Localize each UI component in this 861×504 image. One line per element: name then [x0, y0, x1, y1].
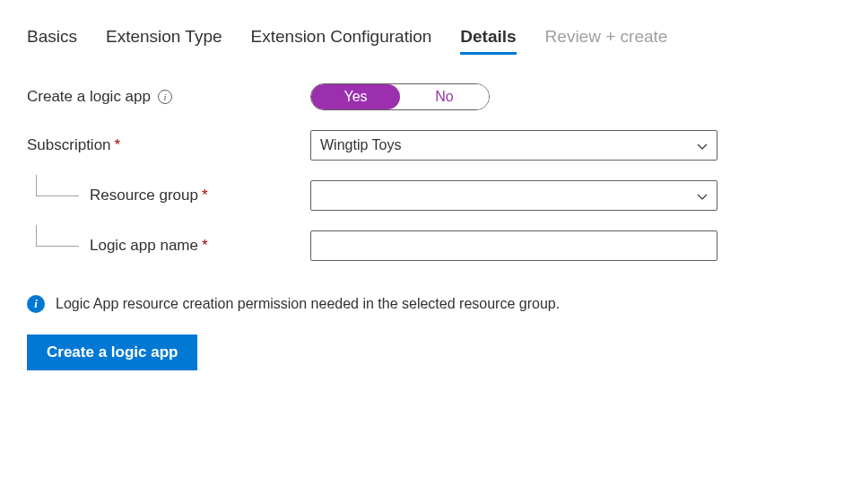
tab-bar: Basics Extension Type Extension Configur… — [27, 27, 834, 55]
label-subscription: Subscription * — [27, 136, 310, 154]
required-asterisk: * — [202, 187, 208, 204]
input-logic-app-name[interactable] — [310, 230, 718, 261]
row-resource-group: Resource group * — [27, 180, 834, 211]
label-subscription-text: Subscription — [27, 136, 111, 154]
tab-extension-configuration[interactable]: Extension Configuration — [251, 27, 432, 55]
required-asterisk: * — [202, 237, 208, 255]
dropdown-subscription-value: Wingtip Toys — [320, 137, 401, 153]
info-banner: i Logic App resource creation permission… — [27, 295, 834, 313]
tab-review-create: Review + create — [545, 27, 668, 55]
info-icon[interactable]: i — [158, 90, 172, 104]
chevron-down-icon — [697, 190, 708, 201]
tab-basics[interactable]: Basics — [27, 27, 77, 55]
row-logic-app-name: Logic app name * — [27, 230, 834, 261]
toggle-create-logic-app[interactable]: Yes No — [310, 83, 490, 110]
info-banner-text: Logic App resource creation permission n… — [56, 296, 560, 312]
info-icon: i — [27, 295, 45, 313]
indent-connector — [36, 225, 79, 247]
create-logic-app-button[interactable]: Create a logic app — [27, 335, 197, 370]
label-logic-app-name: Logic app name * — [27, 237, 310, 255]
toggle-no[interactable]: No — [400, 84, 489, 109]
required-asterisk: * — [115, 136, 121, 154]
row-create-logic-app: Create a logic app i Yes No — [27, 83, 834, 110]
indent-connector — [36, 175, 79, 196]
label-resource-group: Resource group * — [27, 187, 310, 204]
label-logic-app-name-text: Logic app name — [90, 237, 198, 255]
chevron-down-icon — [697, 140, 708, 151]
toggle-yes[interactable]: Yes — [311, 84, 400, 109]
tab-details[interactable]: Details — [460, 27, 516, 55]
label-create-logic-app: Create a logic app i — [27, 88, 310, 106]
row-subscription: Subscription * Wingtip Toys — [27, 130, 834, 161]
dropdown-resource-group[interactable] — [310, 180, 718, 211]
dropdown-subscription[interactable]: Wingtip Toys — [310, 130, 718, 161]
tab-extension-type[interactable]: Extension Type — [106, 27, 222, 55]
label-create-logic-app-text: Create a logic app — [27, 88, 151, 106]
label-resource-group-text: Resource group — [90, 187, 198, 204]
